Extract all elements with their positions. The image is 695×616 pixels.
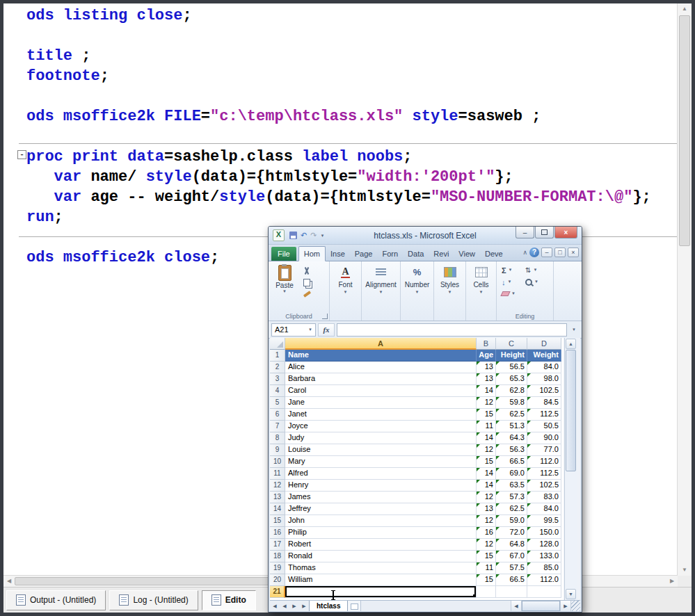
ribbon-tab-data[interactable]: Data <box>403 247 429 261</box>
name-box[interactable]: A21 ▼ <box>271 323 316 337</box>
scroll-up-icon[interactable]: ▲ <box>678 3 692 15</box>
worksheet-grid[interactable]: ABCD1NameAgeHeightWeight2Alice1356.584.0… <box>270 338 564 600</box>
cell-C3[interactable]: 65.3 <box>496 373 527 385</box>
cell-C8[interactable]: 64.3 <box>496 432 527 444</box>
select-all-corner[interactable] <box>270 338 285 350</box>
cell-B3[interactable]: 13 <box>477 373 496 385</box>
scrollbar-track[interactable] <box>565 471 577 588</box>
cell-D10[interactable]: 112.0 <box>527 456 561 468</box>
cell-A13[interactable]: James <box>285 492 477 503</box>
cell-A10[interactable]: Mary <box>285 456 477 468</box>
next-sheet-icon[interactable]: ▶ <box>289 601 299 611</box>
cell-C17[interactable]: 64.8 <box>496 539 527 551</box>
formula-input[interactable] <box>337 323 567 337</box>
cell-B6[interactable]: 15 <box>477 409 496 421</box>
row-header-13[interactable]: 13 <box>270 492 285 503</box>
cell-C2[interactable]: 56.5 <box>496 362 527 373</box>
code-line-11[interactable]: run; <box>3 207 678 227</box>
cell-A16[interactable]: Philip <box>285 527 477 539</box>
vertical-scrollbar-thumb[interactable] <box>679 15 690 246</box>
cell-B18[interactable]: 15 <box>477 551 496 562</box>
code-line-8[interactable]: proc print data=sashelp.class label noob… <box>3 147 678 167</box>
fill-button[interactable]: ↓▼ <box>502 276 525 288</box>
workbook-minimize-icon[interactable]: – <box>541 248 552 257</box>
code-line-2[interactable] <box>3 26 678 46</box>
cell-A11[interactable]: Alfred <box>285 468 477 480</box>
cell-A8[interactable]: Judy <box>285 432 477 444</box>
row-header-11[interactable]: 11 <box>270 468 285 480</box>
code-line-1[interactable]: ods listing close; <box>3 6 678 26</box>
column-header-D[interactable]: D <box>527 338 561 350</box>
cell-A9[interactable]: Louise <box>285 444 477 456</box>
row-header-8[interactable]: 8 <box>270 432 285 444</box>
row-header-16[interactable]: 16 <box>270 527 285 539</box>
cell-C13[interactable]: 57.3 <box>496 492 527 503</box>
ribbon-group-styles[interactable]: Styles ▼ <box>434 261 466 321</box>
column-header-C[interactable]: C <box>496 338 527 350</box>
save-icon[interactable] <box>289 232 297 239</box>
cell-A1[interactable]: Name <box>285 350 477 362</box>
cell-D21[interactable] <box>527 586 561 598</box>
row-header-9[interactable]: 9 <box>270 444 285 456</box>
row-header-6[interactable]: 6 <box>270 409 285 421</box>
cell-C5[interactable]: 59.8 <box>496 397 527 409</box>
undo-icon[interactable]: ↶ <box>301 232 307 239</box>
workbook-close-icon[interactable]: × <box>568 248 579 257</box>
cell-C20[interactable]: 66.5 <box>496 574 527 586</box>
cell-B5[interactable]: 12 <box>477 397 496 409</box>
cell-D15[interactable]: 99.5 <box>527 515 561 527</box>
code-line-4[interactable]: footnote; <box>3 66 678 86</box>
row-header-19[interactable]: 19 <box>270 562 285 574</box>
cell-D12[interactable]: 102.5 <box>527 480 561 492</box>
cell-C15[interactable]: 59.0 <box>496 515 527 527</box>
prev-sheet-icon[interactable]: ◀ <box>280 601 289 611</box>
cell-C7[interactable]: 51.3 <box>496 421 527 432</box>
ribbon-tab-revi[interactable]: Revi <box>429 247 454 261</box>
row-header-7[interactable]: 7 <box>270 421 285 432</box>
insert-worksheet-icon[interactable] <box>348 601 361 611</box>
ribbon-tab-file[interactable]: File <box>271 247 296 261</box>
cell-B1[interactable]: Age <box>477 350 496 362</box>
cell-D18[interactable]: 133.0 <box>527 551 561 562</box>
row-header-4[interactable]: 4 <box>270 385 285 397</box>
cell-A7[interactable]: Joyce <box>285 421 477 432</box>
resize-grip-icon[interactable] <box>571 601 580 611</box>
clear-button[interactable]: ▼ <box>502 288 525 300</box>
ribbon-tab-hom[interactable]: Hom <box>298 246 326 261</box>
cell-B2[interactable]: 13 <box>477 362 496 373</box>
cell-D3[interactable]: 98.0 <box>527 373 561 385</box>
row-header-15[interactable]: 15 <box>270 515 285 527</box>
cell-C11[interactable]: 69.0 <box>496 468 527 480</box>
cell-B8[interactable]: 14 <box>477 432 496 444</box>
cell-B15[interactable]: 12 <box>477 515 496 527</box>
row-header-17[interactable]: 17 <box>270 539 285 551</box>
code-line-3[interactable]: title ; <box>3 46 678 66</box>
cell-D4[interactable]: 102.5 <box>527 385 561 397</box>
cell-D20[interactable]: 112.0 <box>527 574 561 586</box>
cut-icon[interactable] <box>303 267 311 275</box>
copy-icon[interactable] <box>303 279 310 286</box>
cell-A5[interactable]: Jane <box>285 397 477 409</box>
ribbon-tab-forn[interactable]: Forn <box>377 247 403 261</box>
cell-B10[interactable]: 15 <box>477 456 496 468</box>
cell-A2[interactable]: Alice <box>285 362 477 373</box>
cell-D7[interactable]: 50.5 <box>527 421 561 432</box>
cell-B11[interactable]: 14 <box>477 468 496 480</box>
find-select-button[interactable]: ▼ <box>525 276 549 288</box>
row-header-21[interactable]: 21 <box>270 586 285 598</box>
sheet-tab-htclass[interactable]: htclass <box>309 601 348 611</box>
sheet-scroll-left-icon[interactable]: ◀ <box>511 601 522 611</box>
ribbon-group-font[interactable]: A Font ▼ <box>330 261 362 321</box>
window-tab-output[interactable]: Output - (Untitled) <box>6 590 106 610</box>
qat-customize-icon[interactable]: ▼ <box>320 234 324 238</box>
cell-A3[interactable]: Barbara <box>285 373 477 385</box>
ribbon-group-number[interactable]: % Number ▼ <box>401 261 434 321</box>
cell-A21[interactable] <box>285 586 477 598</box>
scroll-left-icon[interactable]: ◀ <box>3 576 15 587</box>
cell-B14[interactable]: 13 <box>477 503 496 515</box>
minimize-ribbon-icon[interactable]: ∧ <box>522 250 527 256</box>
clipboard-dialog-launcher-icon[interactable] <box>322 314 328 319</box>
cell-D11[interactable]: 112.5 <box>527 468 561 480</box>
row-header-5[interactable]: 5 <box>270 397 285 409</box>
cell-D5[interactable]: 84.5 <box>527 397 561 409</box>
